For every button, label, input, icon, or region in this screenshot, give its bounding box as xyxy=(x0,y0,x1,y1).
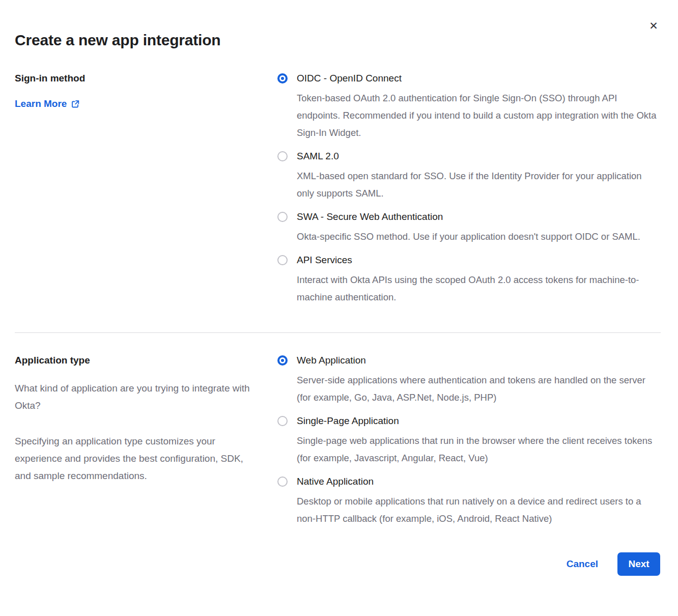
signin-method-left-column: Sign-in method Learn More xyxy=(15,72,277,110)
radio-oidc[interactable] xyxy=(277,73,288,83)
learn-more-label: Learn More xyxy=(15,98,67,110)
radio-option-description: Single-page web applications that run in… xyxy=(297,432,660,467)
radio-saml[interactable] xyxy=(277,151,288,161)
radio-option-oidc: OIDC - OpenID Connect Token-based OAuth … xyxy=(277,72,661,142)
cancel-button[interactable]: Cancel xyxy=(567,558,598,570)
radio-option-description: Desktop or mobile applications that run … xyxy=(297,493,660,527)
application-type-section: Application type What kind of applicatio… xyxy=(15,354,661,527)
application-type-options: Web Application Server-side applications… xyxy=(277,354,661,527)
application-type-help-text-2: Specifying an application type customize… xyxy=(15,433,259,485)
next-button[interactable]: Next xyxy=(617,552,660,576)
radio-option-label[interactable]: SAML 2.0 xyxy=(297,150,661,162)
section-divider xyxy=(15,332,661,333)
create-app-integration-dialog: ✕ Create a new app integration Sign-in m… xyxy=(0,0,678,576)
radio-native-application[interactable] xyxy=(277,477,288,487)
signin-method-options: OIDC - OpenID Connect Token-based OAuth … xyxy=(277,72,661,306)
external-link-icon xyxy=(71,100,80,108)
radio-option-description: Token-based OAuth 2.0 authentication for… xyxy=(297,90,660,142)
signin-method-section: Sign-in method Learn More OIDC - OpenID … xyxy=(15,72,661,306)
radio-swa[interactable] xyxy=(277,212,288,222)
application-type-help-text-1: What kind of application are you trying … xyxy=(15,380,259,414)
radio-option-label[interactable]: Single-Page Application xyxy=(297,415,661,427)
radio-option-saml: SAML 2.0 XML-based open standard for SSO… xyxy=(277,150,661,202)
radio-option-description: XML-based open standard for SSO. Use if … xyxy=(297,167,660,202)
radio-option-api-services: API Services Interact with Okta APIs usi… xyxy=(277,254,661,306)
radio-api-services[interactable] xyxy=(277,255,288,265)
radio-option-label[interactable]: Native Application xyxy=(297,475,661,488)
radio-option-swa: SWA - Secure Web Authentication Okta-spe… xyxy=(277,211,661,245)
radio-option-native-application: Native Application Desktop or mobile app… xyxy=(277,475,661,527)
dialog-title: Create a new app integration xyxy=(15,32,661,49)
dialog-footer: Cancel Next xyxy=(15,552,661,576)
radio-option-web-application: Web Application Server-side applications… xyxy=(277,354,661,406)
application-type-left-column: Application type What kind of applicatio… xyxy=(15,354,277,485)
radio-option-description: Okta-specific SSO method. Use if your ap… xyxy=(297,228,660,245)
radio-single-page-application[interactable] xyxy=(277,416,288,426)
radio-option-label[interactable]: SWA - Secure Web Authentication xyxy=(297,211,661,223)
radio-option-label[interactable]: OIDC - OpenID Connect xyxy=(297,72,661,85)
radio-option-label[interactable]: API Services xyxy=(297,254,661,266)
application-type-label: Application type xyxy=(15,354,262,367)
radio-web-application[interactable] xyxy=(277,355,288,366)
radio-option-description: Interact with Okta APIs using the scoped… xyxy=(297,271,660,306)
learn-more-link[interactable]: Learn More xyxy=(15,98,80,110)
radio-option-description: Server-side applications where authentic… xyxy=(297,372,660,406)
radio-option-single-page-application: Single-Page Application Single-page web … xyxy=(277,415,661,467)
close-icon[interactable]: ✕ xyxy=(646,18,661,33)
radio-option-label[interactable]: Web Application xyxy=(297,354,661,367)
signin-method-label: Sign-in method xyxy=(15,72,262,85)
